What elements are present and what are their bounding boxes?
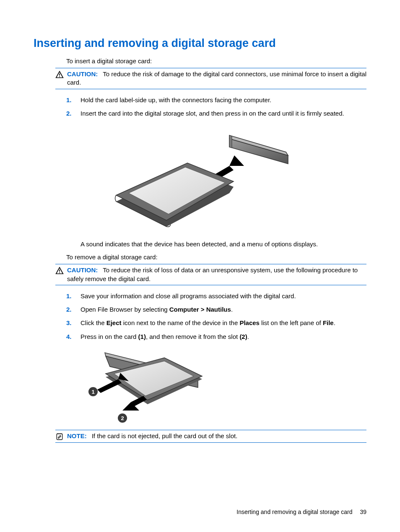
intro-remove: To remove a digital storage card: bbox=[66, 253, 366, 261]
note-icon bbox=[55, 432, 64, 441]
note-text: If the card is not ejected, pull the car… bbox=[92, 432, 238, 439]
remove-steps: Save your information and close all prog… bbox=[66, 289, 366, 343]
caution-label: CAUTION: bbox=[67, 70, 98, 77]
caution-text: To reduce the risk of loss of data or an… bbox=[67, 266, 358, 282]
figure-remove-card: 1 2 bbox=[81, 348, 206, 427]
caution-text: To reduce the risk of damage to the digi… bbox=[67, 70, 366, 86]
svg-point-3 bbox=[59, 272, 60, 273]
insert-steps: Hold the card label-side up, with the co… bbox=[66, 93, 366, 121]
list-item: Save your information and close all prog… bbox=[66, 289, 366, 303]
caution-box-2: CAUTION:To reduce the risk of loss of da… bbox=[55, 264, 366, 285]
svg-text:2: 2 bbox=[121, 415, 124, 421]
page-title: Inserting and removing a digital storage… bbox=[34, 37, 366, 50]
svg-point-1 bbox=[59, 76, 60, 77]
list-item: Hold the card label-side up, with the co… bbox=[66, 93, 366, 107]
intro-insert: To insert a digital storage card: bbox=[66, 57, 366, 65]
list-item: Insert the card into the digital storage… bbox=[66, 107, 366, 120]
caution-label: CAUTION: bbox=[67, 266, 98, 274]
detection-text: A sound indicates that the device has be… bbox=[81, 240, 366, 248]
caution-icon bbox=[55, 70, 64, 79]
caution-icon bbox=[55, 266, 64, 275]
list-item: Open File Browser by selecting Computer … bbox=[66, 303, 366, 316]
page-footer: Inserting and removing a digital storage… bbox=[236, 509, 366, 515]
list-item: Click the Eject icon next to the name of… bbox=[66, 316, 366, 330]
note-label: NOTE: bbox=[67, 432, 87, 439]
svg-text:1: 1 bbox=[91, 389, 94, 395]
footer-text: Inserting and removing a digital storage… bbox=[236, 509, 352, 515]
figure-insert-card bbox=[104, 126, 296, 235]
svg-rect-8 bbox=[57, 434, 62, 439]
page-number: 39 bbox=[360, 509, 366, 515]
list-item: Press in on the card (1), and then remov… bbox=[66, 330, 366, 343]
caution-box-1: CAUTION:To reduce the risk of damage to … bbox=[55, 68, 366, 89]
note-box: NOTE:If the card is not ejected, pull th… bbox=[55, 430, 366, 443]
